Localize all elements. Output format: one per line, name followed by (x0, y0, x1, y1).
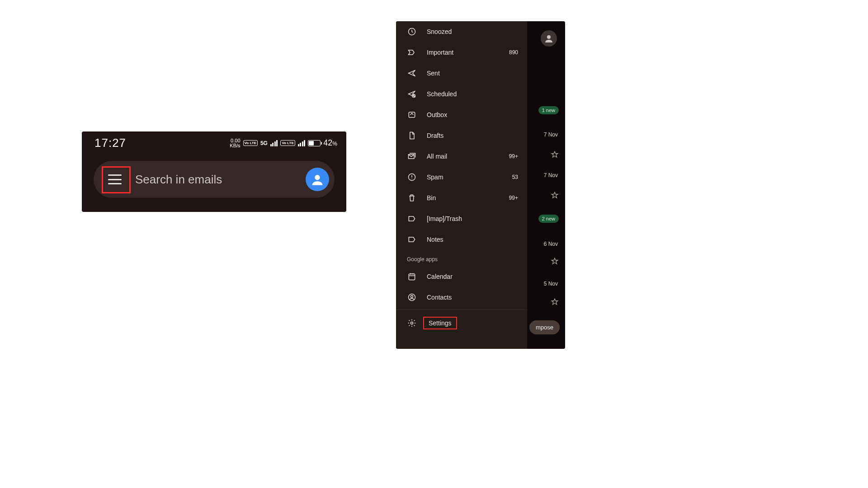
new-badge: 2 new (538, 215, 559, 223)
scheduled-icon (407, 89, 417, 99)
draft-icon (407, 131, 417, 141)
nav-drawer: SnoozedImportant890SentScheduledOutboxDr… (396, 21, 527, 349)
email-snippet: king... (527, 258, 565, 264)
clock-icon (407, 27, 417, 37)
network-type: 5G (260, 140, 268, 146)
nav-label: Notes (417, 236, 518, 243)
nav-item--imap-trash[interactable]: [Imap]/Trash (396, 208, 527, 229)
search-placeholder[interactable]: Search in emails (128, 173, 306, 187)
allmail-icon (407, 151, 417, 161)
gmail-drawer-panel: 1 new2 new7 Nov7 Nov6 Nov5 Novo...ive i.… (396, 21, 565, 349)
nav-label: Scheduled (417, 90, 518, 98)
svg-point-2 (411, 322, 413, 324)
nav-item-notes[interactable]: Notes (396, 229, 527, 250)
svg-point-0 (315, 175, 320, 180)
battery-icon (308, 140, 321, 146)
google-app-contacts[interactable]: Contacts (396, 287, 527, 308)
nav-count: 53 (512, 174, 518, 180)
nav-label: Contacts (417, 294, 518, 301)
nav-item-drafts[interactable]: Drafts (396, 125, 527, 146)
star-icon[interactable] (551, 150, 559, 160)
important-icon (407, 47, 417, 57)
battery-percent: 42% (323, 138, 337, 148)
account-avatar-small[interactable] (541, 30, 557, 47)
nav-item-sent[interactable]: Sent (396, 63, 527, 84)
google-app-calendar[interactable]: Calendar (396, 266, 527, 287)
nav-label: Calendar (417, 273, 518, 280)
star-icon[interactable] (551, 298, 559, 308)
nav-item-snoozed[interactable]: Snoozed (396, 21, 527, 42)
email-snippet: for a... (527, 191, 565, 197)
nav-item-important[interactable]: Important890 (396, 42, 527, 63)
nav-count: 99+ (509, 153, 518, 160)
nav-count: 890 (509, 49, 518, 56)
settings-item[interactable]: Settings (396, 313, 527, 333)
nav-label: Bin (417, 194, 509, 202)
email-snippet: o... (527, 113, 565, 119)
nav-label: Sent (417, 70, 518, 77)
sent-icon (407, 68, 417, 78)
nav-item-spam[interactable]: Spam53 (396, 167, 527, 188)
label-icon (407, 235, 417, 244)
email-snippet: You'... (527, 150, 565, 157)
email-snippet: virtu... (527, 299, 565, 305)
nav-label: Spam (417, 174, 512, 181)
compose-button[interactable]: mpose (529, 320, 560, 334)
volte-icon-1: Vo LTE (243, 140, 258, 146)
status-bar: 17:27 0.00 KB/s Vo LTE 5G Vo LTE 42% (82, 131, 346, 153)
nav-label: Snoozed (417, 28, 518, 35)
email-snippet: nten... (527, 182, 565, 188)
spam-icon (407, 172, 417, 182)
gmail-search-panel: 17:27 0.00 KB/s Vo LTE 5G Vo LTE 42% Sea… (82, 131, 346, 212)
inbox-underlay: 1 new2 new7 Nov7 Nov6 Nov5 Novo...ive i.… (527, 21, 565, 349)
net-speed-unit: KB/s (230, 143, 240, 148)
nav-label: [Imap]/Trash (417, 215, 518, 222)
label-icon (407, 214, 417, 224)
gear-icon (407, 318, 417, 328)
nav-item-outbox[interactable]: Outbox (396, 104, 527, 125)
signal-bars-icon (270, 140, 278, 146)
calendar-icon (407, 272, 417, 282)
separator (396, 310, 527, 310)
nav-item-scheduled[interactable]: Scheduled (396, 84, 527, 104)
email-date: 5 Nov (544, 281, 558, 287)
nav-item-all-mail[interactable]: All mail99+ (396, 146, 527, 167)
email-date: 7 Nov (544, 131, 558, 138)
nav-item-bin[interactable]: Bin99+ (396, 188, 527, 208)
account-avatar[interactable] (306, 168, 329, 191)
email-snippet: ... (527, 225, 565, 232)
star-icon[interactable] (551, 191, 559, 201)
contacts-icon (407, 292, 417, 302)
net-speed: 0.00 (231, 138, 240, 143)
status-time: 17:27 (94, 136, 126, 150)
settings-label: Settings (423, 317, 457, 329)
svg-point-1 (547, 35, 551, 39)
email-snippet: ive i... (527, 141, 565, 148)
nav-label: Important (417, 49, 509, 56)
menu-button[interactable] (102, 166, 128, 192)
signal-bars-icon-2 (298, 140, 306, 146)
nav-count: 99+ (509, 195, 518, 201)
star-icon[interactable] (551, 257, 559, 267)
nav-label: Outbox (417, 111, 518, 118)
email-date: 7 Nov (544, 172, 558, 178)
email-date: 6 Nov (544, 241, 558, 247)
status-icons: 0.00 KB/s Vo LTE 5G Vo LTE 42% (230, 138, 337, 148)
nav-label: All mail (417, 153, 509, 160)
google-apps-header: Google apps (396, 250, 527, 266)
nav-label: Drafts (417, 132, 518, 139)
outbox-icon (407, 110, 417, 120)
search-bar[interactable]: Search in emails (94, 161, 335, 198)
volte-icon-2: Vo LTE (280, 140, 295, 146)
email-snippet: | 29... (527, 290, 565, 296)
hamburger-icon (108, 174, 122, 184)
person-icon (310, 172, 325, 187)
person-icon (543, 33, 554, 44)
bin-icon (407, 193, 417, 203)
